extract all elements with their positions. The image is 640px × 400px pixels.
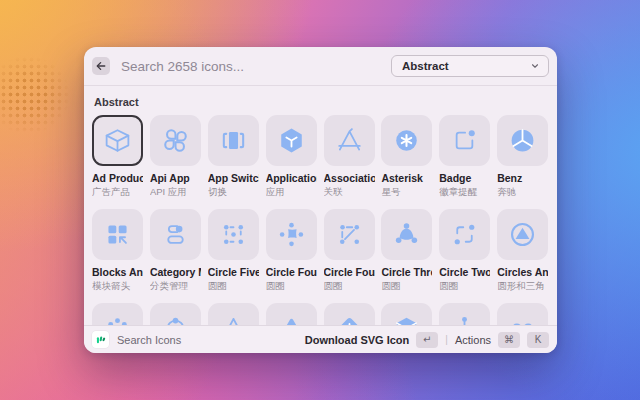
- icon-tile[interactable]: [324, 303, 375, 325]
- icon-tile[interactable]: [497, 115, 548, 166]
- icon-tile[interactable]: [208, 303, 259, 325]
- icon-tile[interactable]: [92, 303, 143, 325]
- app-name-label: Search Icons: [117, 334, 297, 346]
- association-frame-icon: [335, 126, 364, 155]
- triangle-y-icon: [277, 314, 306, 325]
- icon-label-zh: 圆圈: [324, 280, 375, 293]
- circle-three-icon: [392, 220, 421, 249]
- footer-bar: Search Icons Download SVG Icon ↵ | Actio…: [84, 325, 557, 353]
- icon-grid-cell: Category M...分类管理: [150, 209, 201, 293]
- icon-tile[interactable]: [439, 303, 490, 325]
- icon-tile[interactable]: [150, 115, 201, 166]
- circle-five-lines-icon: [219, 220, 248, 249]
- icon-label: Ad Product: [92, 172, 143, 184]
- icon-grid: Ad Product广告产品Api AppAPI 应用App Switch切换A…: [92, 115, 549, 325]
- category-dropdown[interactable]: Abstract: [391, 55, 549, 77]
- ad-product-box-icon: [103, 126, 132, 155]
- cube-icon: [392, 314, 421, 325]
- icon-label: Application...: [266, 172, 317, 184]
- icon-label-zh: 圆圈: [266, 280, 317, 293]
- command-key-badge: ⌘: [498, 332, 520, 348]
- icon-grid-cell: Application...应用: [266, 115, 317, 199]
- icon-label-zh: 分类管理: [150, 280, 201, 293]
- icon-grid-cell: Ad Product广告产品: [92, 115, 143, 199]
- icon-label: App Switch: [208, 172, 259, 184]
- download-svg-button[interactable]: Download SVG Icon: [305, 334, 410, 346]
- icon-grid-cell: Asterisk星号: [381, 115, 432, 199]
- icon-tile[interactable]: [92, 115, 143, 166]
- iconpark-logo-icon: [92, 331, 109, 348]
- infinity-icon: [508, 314, 537, 325]
- circle-two-lines-icon: [450, 220, 479, 249]
- icon-tile[interactable]: [324, 115, 375, 166]
- icon-grid-cell: [381, 303, 432, 325]
- search-input[interactable]: [119, 58, 382, 75]
- icon-tile[interactable]: [381, 303, 432, 325]
- icon-tile[interactable]: [266, 115, 317, 166]
- icon-label: Badge: [439, 172, 490, 184]
- benz-star-icon: [508, 126, 537, 155]
- icon-grid-cell: [324, 303, 375, 325]
- blocks-arrow-icon: [103, 220, 132, 249]
- icon-tile[interactable]: [381, 209, 432, 260]
- icon-label: Circles And...: [497, 266, 548, 278]
- icon-tile[interactable]: [150, 209, 201, 260]
- icon-label: Circle Four...: [324, 266, 375, 278]
- chevron-down-icon: [530, 57, 540, 75]
- icon-label: Circle Four: [266, 266, 317, 278]
- icon-tile[interactable]: [497, 303, 548, 325]
- icon-label-zh: 星号: [381, 186, 432, 199]
- icon-label: Blocks And...: [92, 266, 143, 278]
- back-button[interactable]: [92, 57, 110, 75]
- icon-label-zh: 切换: [208, 186, 259, 199]
- icon-tile[interactable]: [92, 209, 143, 260]
- circle-four-lines-icon: [335, 220, 364, 249]
- icon-label-zh: 奔驰: [497, 186, 548, 199]
- icon-grid-cell: App Switch切换: [208, 115, 259, 199]
- icon-grid-cell: Circle Two L...圆圈: [439, 209, 490, 293]
- icon-tile[interactable]: [439, 209, 490, 260]
- diamond-asterisk-icon: [335, 314, 364, 325]
- icon-label-zh: 应用: [266, 186, 317, 199]
- icon-grid-area: Abstract Ad Product广告产品Api AppAPI 应用App …: [84, 86, 557, 325]
- section-title: Abstract: [94, 96, 549, 108]
- icon-grid-cell: [266, 303, 317, 325]
- icon-label-zh: 圆形和三角: [497, 280, 548, 293]
- icon-search-window: Abstract Abstract Ad Product广告产品Api AppA…: [84, 47, 557, 353]
- icon-label: Circle Three: [381, 266, 432, 278]
- application-hexagon-icon: [277, 126, 306, 155]
- footer-actions: Download SVG Icon ↵ | Actions ⌘ K: [305, 332, 549, 348]
- dots-cluster-icon: [103, 314, 132, 325]
- actions-button[interactable]: Actions: [455, 334, 491, 346]
- icon-grid-cell: Circle Five L...圆圈: [208, 209, 259, 293]
- api-app-swirl-icon: [161, 126, 190, 155]
- icon-tile[interactable]: [208, 209, 259, 260]
- icon-tile[interactable]: [208, 115, 259, 166]
- icon-label: Circle Two L...: [439, 266, 490, 278]
- icon-tile[interactable]: [381, 115, 432, 166]
- icon-label: Asterisk: [381, 172, 432, 184]
- icon-label-zh: API 应用: [150, 186, 201, 199]
- icon-label-zh: 关联: [324, 186, 375, 199]
- icon-tile[interactable]: [439, 115, 490, 166]
- icon-grid-cell: [92, 303, 143, 325]
- badge-dot-icon: [450, 126, 479, 155]
- icon-grid-cell: Circle Four圆圈: [266, 209, 317, 293]
- icon-grid-cell: Circle Three圆圈: [381, 209, 432, 293]
- icon-grid-cell: Blocks And...模块箭头: [92, 209, 143, 293]
- icon-label: Circle Five L...: [208, 266, 259, 278]
- category-dropdown-value: Abstract: [402, 60, 449, 72]
- icon-grid-cell: Api AppAPI 应用: [150, 115, 201, 199]
- icon-tile[interactable]: [266, 303, 317, 325]
- back-arrow-icon: [95, 60, 107, 72]
- icon-tile[interactable]: [266, 209, 317, 260]
- icon-label: Benz: [497, 172, 548, 184]
- icon-label-zh: 徽章提醒: [439, 186, 490, 199]
- icon-tile[interactable]: [497, 209, 548, 260]
- desktop-background: Abstract Abstract Ad Product广告产品Api AppA…: [0, 0, 640, 400]
- icon-tile[interactable]: [324, 209, 375, 260]
- icon-label-zh: 圆圈: [381, 280, 432, 293]
- k-key-badge: K: [527, 332, 549, 348]
- app-switch-icon: [219, 126, 248, 155]
- icon-tile[interactable]: [150, 303, 201, 325]
